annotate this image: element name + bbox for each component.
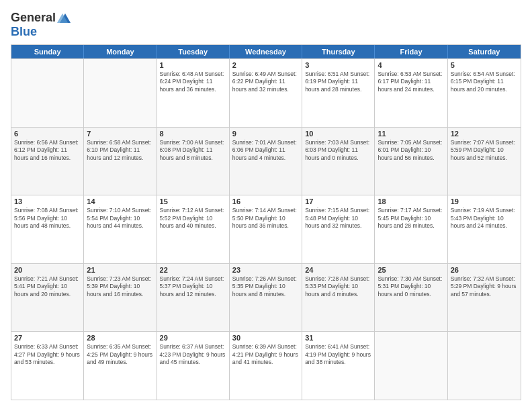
day-20: 20Sunrise: 7:21 AM Sunset: 5:41 PM Dayli… [11,264,84,332]
logo-blue-text: Blue [11,25,37,39]
day-info: Sunrise: 7:08 AM Sunset: 5:56 PM Dayligh… [14,207,81,230]
calendar-week-3: 13Sunrise: 7:08 AM Sunset: 5:56 PM Dayli… [11,195,521,263]
day-6: 6Sunrise: 6:56 AM Sunset: 6:12 PM Daylig… [11,128,84,195]
day-info: Sunrise: 7:23 AM Sunset: 5:39 PM Dayligh… [87,275,153,298]
day-number: 24 [305,266,371,274]
day-number: 5 [451,61,518,69]
day-27: 27Sunrise: 6:33 AM Sunset: 4:27 PM Dayli… [11,332,84,400]
day-21: 21Sunrise: 7:23 AM Sunset: 5:39 PM Dayli… [84,264,157,332]
calendar: SundayMondayTuesdayWednesdayThursdayFrid… [11,44,521,400]
day-3: 3Sunrise: 6:51 AM Sunset: 6:19 PM Daylig… [302,59,375,127]
header-day-tuesday: Tuesday [157,45,230,58]
day-number: 4 [378,61,444,69]
day-number: 3 [305,61,371,69]
day-29: 29Sunrise: 6:37 AM Sunset: 4:23 PM Dayli… [157,332,230,400]
logo-icon [57,12,71,24]
day-info: Sunrise: 7:26 AM Sunset: 5:35 PM Dayligh… [232,275,299,298]
day-14: 14Sunrise: 7:10 AM Sunset: 5:54 PM Dayli… [84,195,157,263]
day-24: 24Sunrise: 7:28 AM Sunset: 5:33 PM Dayli… [302,264,375,332]
calendar-header: SundayMondayTuesdayWednesdayThursdayFrid… [11,45,521,58]
day-number: 14 [87,197,153,205]
day-info: Sunrise: 6:41 AM Sunset: 4:19 PM Dayligh… [305,343,371,366]
day-number: 9 [232,130,299,138]
day-number: 11 [378,130,444,138]
header-day-monday: Monday [84,45,157,58]
empty-cell [375,332,447,400]
day-info: Sunrise: 6:39 AM Sunset: 4:21 PM Dayligh… [232,343,299,366]
day-number: 16 [232,197,299,205]
day-31: 31Sunrise: 6:41 AM Sunset: 4:19 PM Dayli… [302,332,375,400]
day-info: Sunrise: 7:03 AM Sunset: 6:03 PM Dayligh… [305,139,371,162]
day-info: Sunrise: 6:49 AM Sunset: 6:22 PM Dayligh… [232,71,299,93]
day-number: 8 [160,130,226,138]
day-number: 25 [378,266,444,274]
day-info: Sunrise: 7:32 AM Sunset: 5:29 PM Dayligh… [451,275,518,298]
logo-general-text: General [11,11,56,25]
header: General Blue [11,11,521,39]
day-info: Sunrise: 6:58 AM Sunset: 6:10 PM Dayligh… [87,139,153,162]
day-number: 1 [160,61,226,69]
header-day-saturday: Saturday [448,45,521,58]
day-info: Sunrise: 7:01 AM Sunset: 6:06 PM Dayligh… [232,139,299,162]
calendar-week-5: 27Sunrise: 6:33 AM Sunset: 4:27 PM Dayli… [11,331,521,400]
calendar-week-4: 20Sunrise: 7:21 AM Sunset: 5:41 PM Dayli… [11,263,521,332]
day-number: 22 [160,266,226,274]
day-info: Sunrise: 7:07 AM Sunset: 5:59 PM Dayligh… [451,139,518,162]
page: General Blue SundayMondayTuesdayWednesda… [0,0,532,411]
day-number: 15 [160,197,226,205]
day-number: 20 [14,266,81,274]
day-info: Sunrise: 6:37 AM Sunset: 4:23 PM Dayligh… [160,343,226,366]
header-day-wednesday: Wednesday [230,45,302,58]
day-19: 19Sunrise: 7:19 AM Sunset: 5:43 PM Dayli… [448,195,521,263]
header-day-friday: Friday [375,45,447,58]
day-info: Sunrise: 6:56 AM Sunset: 6:12 PM Dayligh… [14,139,81,162]
empty-cell [448,332,521,400]
day-10: 10Sunrise: 7:03 AM Sunset: 6:03 PM Dayli… [302,128,375,195]
header-day-thursday: Thursday [302,45,375,58]
day-number: 26 [451,266,518,274]
day-number: 27 [14,334,81,342]
day-info: Sunrise: 6:33 AM Sunset: 4:27 PM Dayligh… [14,343,81,366]
day-17: 17Sunrise: 7:15 AM Sunset: 5:48 PM Dayli… [302,195,375,263]
day-4: 4Sunrise: 6:53 AM Sunset: 6:17 PM Daylig… [375,59,447,127]
day-number: 17 [305,197,371,205]
empty-cell [84,59,157,127]
day-2: 2Sunrise: 6:49 AM Sunset: 6:22 PM Daylig… [230,59,302,127]
day-info: Sunrise: 6:35 AM Sunset: 4:25 PM Dayligh… [87,343,153,366]
day-number: 23 [232,266,299,274]
day-8: 8Sunrise: 7:00 AM Sunset: 6:08 PM Daylig… [157,128,230,195]
day-number: 19 [451,197,518,205]
day-18: 18Sunrise: 7:17 AM Sunset: 5:45 PM Dayli… [375,195,447,263]
day-info: Sunrise: 7:19 AM Sunset: 5:43 PM Dayligh… [451,207,518,230]
day-7: 7Sunrise: 6:58 AM Sunset: 6:10 PM Daylig… [84,128,157,195]
day-number: 18 [378,197,444,205]
day-number: 10 [305,130,371,138]
day-number: 12 [451,130,518,138]
day-16: 16Sunrise: 7:14 AM Sunset: 5:50 PM Dayli… [230,195,302,263]
day-number: 7 [87,130,153,138]
day-info: Sunrise: 7:30 AM Sunset: 5:31 PM Dayligh… [378,275,444,298]
day-info: Sunrise: 7:17 AM Sunset: 5:45 PM Dayligh… [378,207,444,230]
day-number: 21 [87,266,153,274]
empty-cell [11,59,84,127]
header-day-sunday: Sunday [11,45,84,58]
day-number: 28 [87,334,153,342]
day-info: Sunrise: 6:53 AM Sunset: 6:17 PM Dayligh… [378,71,444,93]
day-28: 28Sunrise: 6:35 AM Sunset: 4:25 PM Dayli… [84,332,157,400]
day-number: 2 [232,61,299,69]
day-info: Sunrise: 7:24 AM Sunset: 5:37 PM Dayligh… [160,275,226,298]
day-1: 1Sunrise: 6:48 AM Sunset: 6:24 PM Daylig… [157,59,230,127]
day-25: 25Sunrise: 7:30 AM Sunset: 5:31 PM Dayli… [375,264,447,332]
day-info: Sunrise: 7:28 AM Sunset: 5:33 PM Dayligh… [305,275,371,298]
logo: General Blue [11,11,71,39]
day-number: 30 [232,334,299,342]
day-info: Sunrise: 7:15 AM Sunset: 5:48 PM Dayligh… [305,207,371,230]
day-info: Sunrise: 7:21 AM Sunset: 5:41 PM Dayligh… [14,275,81,298]
day-23: 23Sunrise: 7:26 AM Sunset: 5:35 PM Dayli… [230,264,302,332]
calendar-week-2: 6Sunrise: 6:56 AM Sunset: 6:12 PM Daylig… [11,127,521,195]
day-5: 5Sunrise: 6:54 AM Sunset: 6:15 PM Daylig… [448,59,521,127]
day-13: 13Sunrise: 7:08 AM Sunset: 5:56 PM Dayli… [11,195,84,263]
day-info: Sunrise: 7:10 AM Sunset: 5:54 PM Dayligh… [87,207,153,230]
day-number: 31 [305,334,371,342]
day-info: Sunrise: 7:00 AM Sunset: 6:08 PM Dayligh… [160,139,226,162]
